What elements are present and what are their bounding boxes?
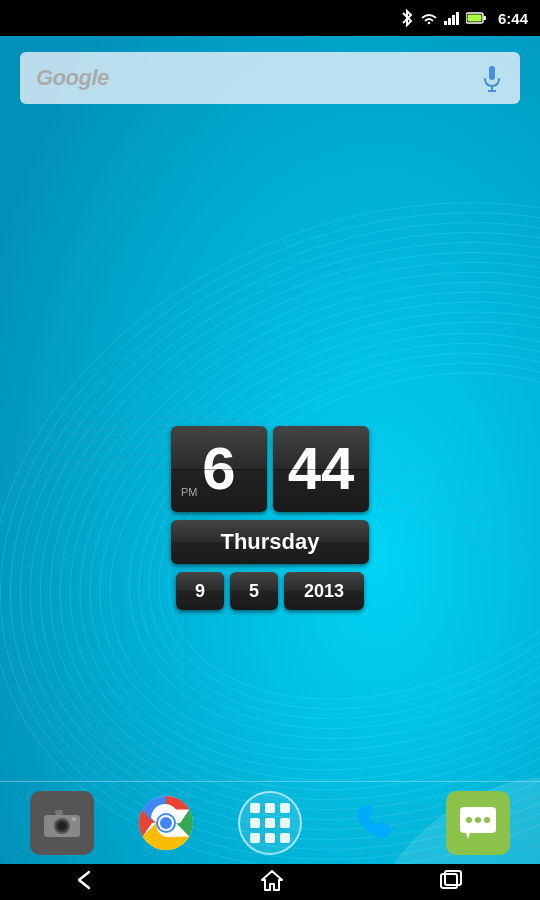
svg-rect-1	[448, 18, 451, 25]
clock-period: PM	[181, 486, 198, 498]
recents-icon	[439, 870, 463, 890]
clock-day: 5	[249, 581, 259, 602]
clock-widget[interactable]: PM 6 44 Thursday 9 5 2013	[171, 426, 369, 610]
clock-month: 9	[195, 581, 205, 602]
svg-point-47	[466, 817, 472, 823]
clock-year-tile: 2013	[284, 572, 364, 610]
nav-bar	[0, 864, 540, 900]
drawer-dot	[250, 833, 260, 843]
svg-point-39	[58, 822, 66, 830]
camera-icon	[30, 791, 94, 855]
svg-marker-51	[262, 871, 282, 890]
nav-home-button[interactable]	[260, 869, 284, 895]
clock-minute-tile: 44	[273, 426, 369, 512]
svg-rect-6	[467, 15, 481, 22]
drawer-dots-grid	[250, 803, 290, 843]
dock-messenger[interactable]	[446, 791, 510, 855]
battery-icon	[466, 11, 486, 25]
phone-icon	[342, 791, 406, 855]
status-bar: 6:44	[0, 0, 540, 36]
svg-point-49	[484, 817, 490, 823]
drawer-dot	[280, 818, 290, 828]
clock-day-tile-num: 5	[230, 572, 278, 610]
app-drawer-icon	[238, 791, 302, 855]
wallpaper: Google PM 6 44 Thursday 9	[0, 36, 540, 900]
svg-point-41	[72, 817, 76, 821]
nav-recents-button[interactable]	[439, 870, 463, 894]
dock	[0, 782, 540, 864]
drawer-dot	[280, 803, 290, 813]
drawer-dot	[250, 818, 260, 828]
status-time: 6:44	[498, 10, 528, 27]
clock-day-name: Thursday	[220, 529, 319, 555]
clock-month-tile: 9	[176, 572, 224, 610]
dock-phone[interactable]	[342, 791, 406, 855]
dock-chrome[interactable]	[134, 791, 198, 855]
status-icons: 6:44	[400, 9, 528, 27]
nav-back-button[interactable]	[77, 870, 105, 894]
svg-rect-0	[444, 21, 447, 25]
signal-icon	[444, 11, 460, 25]
back-icon	[77, 870, 105, 890]
dock-camera[interactable]	[30, 791, 94, 855]
clock-minute: 44	[288, 439, 355, 499]
clock-day-tile: Thursday	[171, 520, 369, 564]
svg-rect-2	[452, 15, 455, 25]
clock-date-row: 9 5 2013	[176, 572, 364, 610]
dock-app-drawer[interactable]	[238, 791, 302, 855]
search-bar-text: Google	[36, 65, 480, 91]
svg-rect-33	[489, 66, 495, 80]
svg-point-45	[160, 817, 172, 829]
messenger-icon	[446, 791, 510, 855]
drawer-dot	[265, 818, 275, 828]
search-bar[interactable]: Google	[20, 52, 520, 104]
wifi-icon	[420, 11, 438, 25]
clock-year: 2013	[304, 581, 344, 602]
clock-hour: 6	[202, 439, 235, 499]
drawer-dot	[265, 833, 275, 843]
svg-marker-50	[466, 833, 470, 839]
drawer-dot	[265, 803, 275, 813]
clock-hour-tile: PM 6	[171, 426, 267, 512]
drawer-dot	[250, 803, 260, 813]
drawer-dot	[280, 833, 290, 843]
svg-rect-5	[483, 16, 486, 20]
clock-time-row: PM 6 44	[171, 426, 369, 512]
svg-rect-40	[55, 810, 63, 815]
bluetooth-icon	[400, 9, 414, 27]
mic-icon[interactable]	[480, 64, 504, 92]
home-icon	[260, 869, 284, 891]
svg-point-48	[475, 817, 481, 823]
chrome-icon	[134, 791, 198, 855]
svg-rect-3	[456, 12, 459, 25]
